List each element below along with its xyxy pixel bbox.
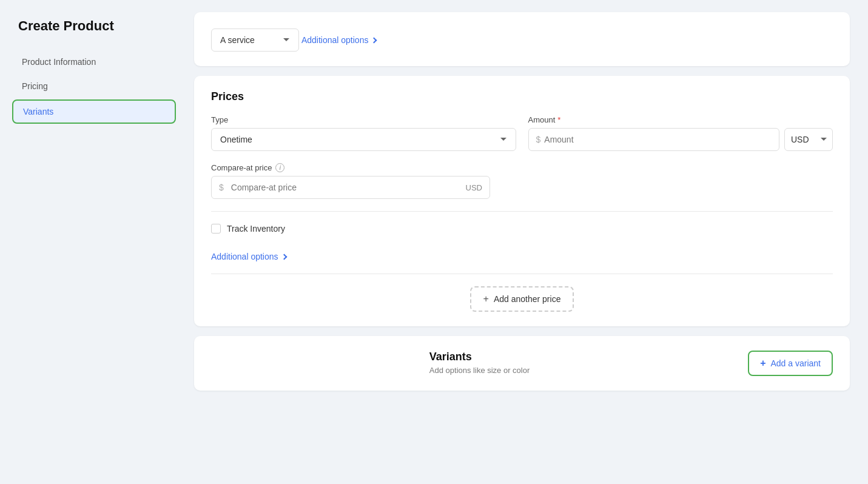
- compare-dollar-sign-icon: $: [219, 183, 224, 192]
- add-variant-plus-icon: +: [760, 358, 765, 369]
- divider: [211, 211, 833, 212]
- currency-select[interactable]: USD EUR GBP: [784, 128, 833, 151]
- main-content: A service A physical product A digital p…: [188, 0, 868, 484]
- sidebar-item-label: Product Information: [22, 57, 96, 67]
- sidebar-item-product-information[interactable]: Product Information: [12, 51, 176, 73]
- type-field-group: Type Onetime Recurring: [211, 115, 516, 151]
- amount-input-wrapper: $: [528, 128, 780, 151]
- type-label: Type: [211, 115, 516, 124]
- add-price-label: Add another price: [494, 294, 561, 304]
- compare-input-left: $: [219, 183, 466, 192]
- chevron-right-icon-top: [371, 38, 377, 44]
- variants-title: Variants: [429, 351, 530, 363]
- plus-icon: +: [483, 294, 489, 304]
- add-price-row: + Add another price: [211, 286, 833, 312]
- service-type-select[interactable]: A service A physical product A digital p…: [211, 29, 299, 52]
- additional-options-link-prices[interactable]: Additional options: [211, 252, 286, 261]
- variants-info: Variants Add options like size or color: [429, 351, 530, 375]
- amount-field-group: Amount * $ USD EUR GBP: [528, 115, 833, 151]
- sidebar-item-label: Pricing: [22, 81, 48, 91]
- track-inventory-checkbox[interactable]: [211, 224, 221, 234]
- divider-2: [211, 274, 833, 274]
- compare-input-wrapper: $ USD: [211, 176, 490, 199]
- service-type-card: A service A physical product A digital p…: [194, 12, 850, 66]
- amount-input[interactable]: [544, 135, 772, 144]
- amount-input-group: $ USD EUR GBP: [528, 128, 833, 151]
- info-icon[interactable]: i: [275, 163, 284, 172]
- compare-currency-label: USD: [466, 183, 482, 192]
- compare-at-section: Compare-at price i $ USD: [211, 163, 833, 199]
- sidebar-item-variants[interactable]: Variants: [12, 99, 176, 124]
- required-star: *: [557, 115, 560, 124]
- amount-label: Amount *: [528, 115, 833, 124]
- add-variant-label: Add a variant: [770, 358, 821, 368]
- additional-options-label-prices: Additional options: [211, 252, 278, 261]
- prices-title: Prices: [211, 90, 833, 103]
- sidebar-item-label: Variants: [23, 107, 53, 116]
- variants-card: Variants Add options like size or color …: [194, 336, 850, 391]
- type-amount-row: Type Onetime Recurring Amount * $: [211, 115, 833, 151]
- compare-label: Compare-at price i: [211, 163, 833, 172]
- add-a-variant-button[interactable]: + Add a variant: [748, 351, 833, 376]
- page-title: Create Product: [12, 18, 176, 34]
- compare-at-price-input[interactable]: [231, 183, 466, 192]
- prices-card: Prices Type Onetime Recurring Amount *: [194, 76, 850, 326]
- track-inventory-label[interactable]: Track Inventory: [227, 224, 285, 234]
- type-select[interactable]: Onetime Recurring: [211, 128, 516, 151]
- variants-subtitle: Add options like size or color: [429, 366, 530, 375]
- sidebar: Create Product Product Information Prici…: [0, 0, 188, 484]
- add-another-price-button[interactable]: + Add another price: [470, 286, 574, 312]
- chevron-right-icon-prices: [281, 254, 287, 260]
- dollar-sign-icon: $: [536, 135, 541, 144]
- additional-options-link-top[interactable]: Additional options: [301, 35, 377, 45]
- sidebar-item-pricing[interactable]: Pricing: [12, 75, 176, 97]
- track-inventory-row: Track Inventory: [211, 224, 833, 234]
- additional-options-label-top: Additional options: [301, 35, 369, 45]
